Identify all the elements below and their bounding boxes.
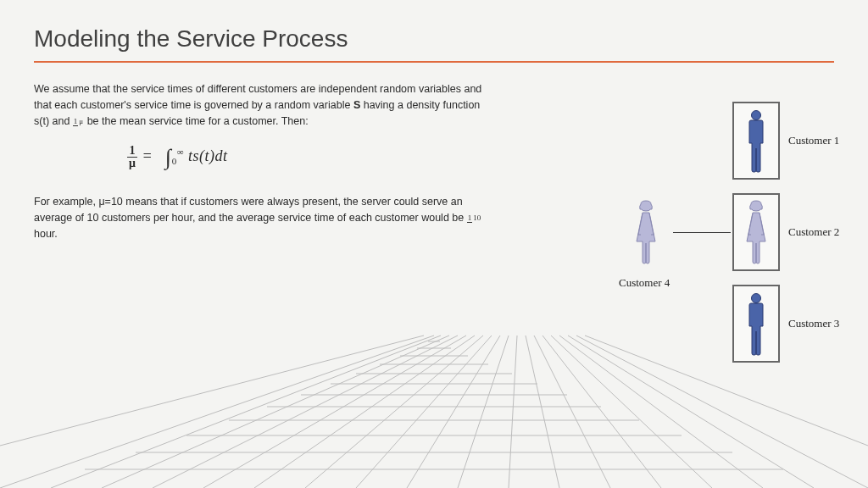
svg-point-1	[752, 294, 761, 303]
svg-line-10	[407, 336, 500, 488]
para1-text-c: be the mean service time for a customer.…	[84, 115, 308, 127]
para1-bold-s: S	[353, 99, 360, 111]
svg-line-5	[153, 336, 458, 488]
eq-body: ts(t)dt	[188, 147, 228, 164]
body-text: We assume that the service times of diff…	[34, 81, 483, 254]
slide-title: Modeling the Service Process	[34, 25, 834, 53]
integral-lower: 0	[172, 156, 177, 166]
para2-text-b: hour.	[34, 228, 58, 240]
paragraph-2: For example, μ=10 means that if customer…	[34, 194, 483, 241]
inline-fraction-1-mu: 1μ	[73, 118, 84, 125]
title-divider	[34, 61, 834, 63]
svg-line-9	[356, 336, 492, 488]
svg-line-2	[0, 336, 434, 488]
svg-line-6	[203, 336, 466, 488]
svg-line-12	[509, 336, 517, 488]
customer-3-label: Customer 3	[788, 317, 839, 330]
inline-fraction-1-10: 110	[467, 214, 482, 222]
eq-equals: =	[142, 147, 161, 164]
para2-text-a: For example, μ=10 means that if customer…	[34, 196, 467, 224]
svg-line-11	[458, 336, 509, 488]
svg-line-21	[0, 336, 424, 446]
eq-lhs-fraction: 1 μ	[127, 145, 137, 169]
integral-symbol: ∫	[165, 145, 172, 169]
svg-line-4	[102, 336, 449, 488]
equation: 1 μ = ∫0∞ ts(t)dt	[127, 141, 483, 174]
integral-upper: ∞	[177, 147, 184, 157]
svg-line-3	[51, 336, 441, 488]
customer-3-box	[732, 285, 780, 363]
male-icon	[739, 291, 773, 357]
paragraph-1: We assume that the service times of diff…	[34, 81, 483, 129]
svg-line-8	[305, 336, 483, 488]
svg-line-7	[254, 336, 475, 488]
